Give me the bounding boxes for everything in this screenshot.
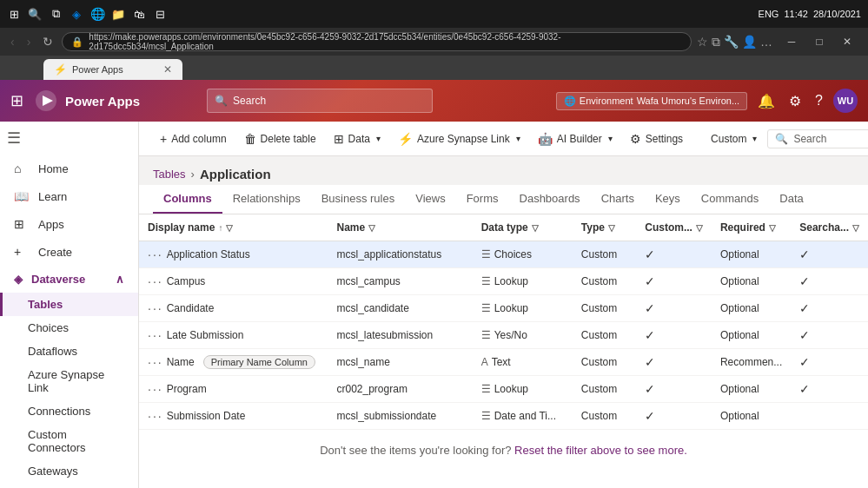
tab-business-rules[interactable]: Business rules: [311, 185, 406, 214]
more-button-4[interactable]: ···: [148, 355, 163, 369]
refresh-button[interactable]: ↻: [39, 33, 56, 50]
cell-required-2: Optional: [712, 295, 791, 322]
tab-forms[interactable]: Forms: [456, 185, 509, 214]
chrome-icon[interactable]: 🌐: [90, 7, 104, 21]
environment-badge[interactable]: 🌐 Environment Wafa Umoru's Environ...: [556, 92, 747, 110]
waffle-menu-button[interactable]: ⊞: [10, 91, 23, 110]
data-icon: ⊞: [334, 132, 344, 146]
tab-close-button[interactable]: ✕: [163, 63, 172, 76]
cell-type-0: Custom: [573, 241, 636, 268]
breadcrumb-parent[interactable]: Tables: [153, 168, 186, 181]
th-required[interactable]: Required ▽: [712, 214, 791, 241]
sidebar-section-dataverse[interactable]: ◈ Dataverse ∧: [0, 266, 138, 293]
cell-type-2: Custom: [573, 295, 636, 322]
required-text-0: Optional: [720, 248, 759, 260]
cell-type-4: Custom: [573, 349, 636, 376]
more-button-6[interactable]: ···: [148, 409, 163, 423]
table-row[interactable]: ··· Late Submission mcsl_latesubmission …: [139, 322, 868, 349]
sidebar-item-create[interactable]: + Create: [0, 238, 138, 266]
profile-icon[interactable]: 👤: [742, 35, 757, 49]
close-button[interactable]: ✕: [833, 28, 861, 56]
help-button[interactable]: ?: [812, 89, 826, 112]
user-avatar-button[interactable]: WU: [833, 89, 858, 113]
table-row[interactable]: ··· Submission Date mcsl_submissiondate …: [139, 403, 868, 430]
table-row[interactable]: ··· Application Status mcsl_applications…: [139, 241, 868, 268]
more-button-1[interactable]: ···: [148, 274, 163, 288]
delete-table-button[interactable]: 🗑 Delete table: [237, 129, 323, 149]
th-display-name[interactable]: Display name ↑ ▽: [139, 214, 328, 241]
sidebar-item-apps[interactable]: ⊞ Apps: [0, 210, 138, 238]
th-name[interactable]: Name ▽: [328, 214, 473, 241]
notifications-button[interactable]: 🔔: [754, 89, 779, 113]
more-button-2[interactable]: ···: [148, 301, 163, 315]
table-row[interactable]: ··· Name Primary Name Column mcsl_name A…: [139, 349, 868, 376]
cell-type-5: Custom: [573, 376, 636, 403]
more-button-0[interactable]: ···: [148, 247, 163, 261]
table-row[interactable]: ··· Campus mcsl_campus ☰ Lookup Custom ✓: [139, 268, 868, 295]
tab-charts[interactable]: Charts: [591, 185, 645, 214]
table-row[interactable]: ··· Program cr002_program ☰ Lookup Custo…: [139, 376, 868, 403]
ai-builder-tb-icon: 🤖: [538, 132, 553, 146]
back-button[interactable]: ‹: [7, 33, 18, 50]
sidebar-child-dataflows[interactable]: Dataflows: [0, 340, 138, 363]
store-icon[interactable]: 🛍: [132, 7, 146, 21]
header-search-box[interactable]: 🔍 Search: [207, 89, 433, 113]
toolbar-search-box[interactable]: 🔍 Search: [767, 129, 868, 148]
cell-searchable-3: ✓: [791, 322, 868, 349]
cell-custom-1: ✓: [636, 268, 712, 295]
tab-columns[interactable]: Columns: [153, 185, 222, 214]
extensions-icon[interactable]: 🔧: [724, 35, 739, 49]
apps-icon[interactable]: ⊟: [153, 7, 167, 21]
app-logo: Power Apps: [34, 89, 140, 113]
address-bar[interactable]: 🔒 https://make.powerapps.com/environment…: [62, 32, 692, 51]
tab-data[interactable]: Data: [769, 185, 813, 214]
file-icon[interactable]: 📁: [111, 7, 125, 21]
star-icon[interactable]: ☆: [697, 35, 708, 49]
add-column-icon: +: [160, 132, 167, 146]
active-tab[interactable]: ⚡ Power Apps ✕: [43, 59, 182, 80]
minimize-button[interactable]: ─: [778, 28, 805, 56]
search-taskbar-icon[interactable]: 🔍: [28, 7, 42, 21]
start-icon[interactable]: ⊞: [7, 7, 21, 21]
tab-dashboards[interactable]: Dashboards: [509, 185, 591, 214]
sidebar-child-tables[interactable]: Tables: [0, 293, 138, 316]
sidebar-collapse-button[interactable]: ☰: [0, 122, 138, 155]
sidebar-item-home[interactable]: ⌂ Home: [0, 155, 138, 182]
edge-icon[interactable]: ◈: [70, 7, 83, 21]
add-column-button[interactable]: + Add column: [153, 129, 234, 149]
sidebar-child-custom-connectors[interactable]: Custom Connectors: [0, 423, 138, 459]
sidebar-child-connections[interactable]: Connections: [0, 399, 138, 423]
tab-commands[interactable]: Commands: [691, 185, 769, 214]
th-searchable[interactable]: Searcha... ▽: [791, 214, 868, 241]
data-button[interactable]: ⊞ Data: [327, 129, 388, 149]
th-required-label: Required: [720, 221, 765, 234]
settings-button[interactable]: ⚙: [785, 89, 805, 113]
forward-button[interactable]: ›: [23, 33, 35, 50]
sidebar-child-azure-synapse[interactable]: Azure Synapse Link: [0, 363, 138, 399]
collections-icon[interactable]: ⧉: [712, 35, 720, 49]
custom-dropdown-button[interactable]: Custom: [704, 129, 764, 148]
sidebar-item-learn[interactable]: 📖 Learn: [0, 182, 138, 210]
tab-keys[interactable]: Keys: [645, 185, 691, 214]
azure-synapse-link-button[interactable]: ⚡ Azure Synapse Link: [391, 129, 527, 149]
sidebar-child-gateways[interactable]: Gateways: [0, 459, 138, 483]
sidebar-child-choices[interactable]: Choices: [0, 316, 138, 340]
taskview-icon[interactable]: ⧉: [49, 7, 63, 21]
more-button-3[interactable]: ···: [148, 328, 163, 342]
reset-filter-link[interactable]: Reset the filter above to see more.: [514, 444, 687, 457]
data-label: Data: [348, 133, 370, 145]
header-search-icon: 🔍: [215, 95, 228, 107]
maximize-button[interactable]: □: [805, 28, 833, 56]
table-row[interactable]: ··· Candidate mcsl_candidate ☰ Lookup Cu…: [139, 295, 868, 322]
empty-hint-text: Don't see the items you're looking for?: [320, 444, 514, 457]
more-icon[interactable]: …: [760, 35, 772, 49]
ai-builder-button[interactable]: 🤖 AI Builder: [531, 129, 620, 149]
settings-toolbar-button[interactable]: ⚙ Settings: [623, 129, 690, 149]
th-custom[interactable]: Custom... ▽: [636, 214, 712, 241]
more-button-5[interactable]: ···: [148, 382, 163, 396]
th-data-type[interactable]: Data type ▽: [473, 214, 573, 241]
th-type[interactable]: Type ▽: [573, 214, 636, 241]
tab-views[interactable]: Views: [405, 185, 455, 214]
display-name-text-5: Program: [167, 383, 207, 395]
tab-relationships[interactable]: Relationships: [222, 185, 311, 214]
